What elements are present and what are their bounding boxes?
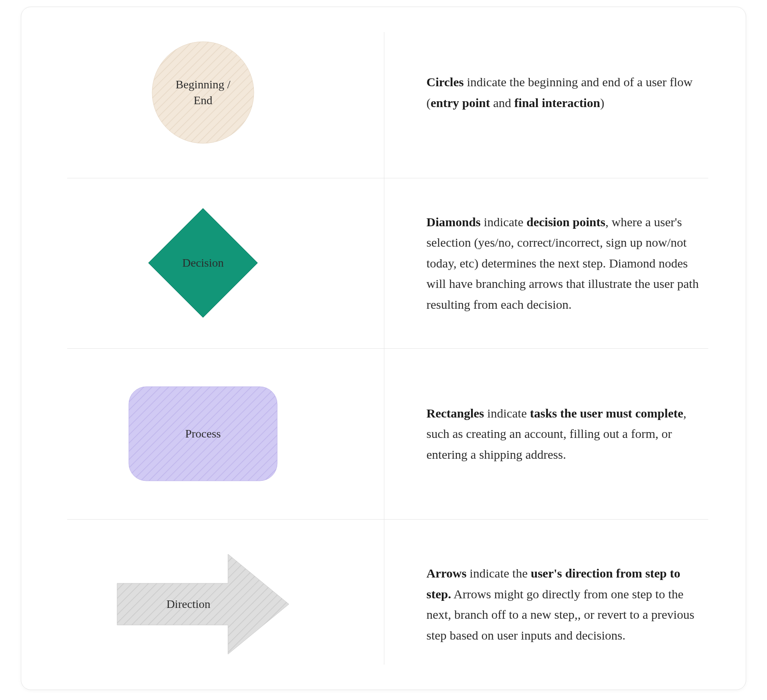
legend-row-arrow: Direction Arrows indicate the user's dir… <box>21 519 746 690</box>
rectangle-icon <box>128 386 278 482</box>
desc-cell: Circles indicate the beginning and end o… <box>385 7 746 178</box>
circle-description: Circles indicate the beginning and end o… <box>426 72 704 113</box>
arrow-icon <box>115 550 291 658</box>
diamond-icon <box>147 207 259 319</box>
circle-icon <box>151 41 255 144</box>
legend-row-circle: Beginning / End Circles indicate the beg… <box>21 7 746 178</box>
vertical-divider <box>384 178 384 349</box>
desc-cell: Arrows indicate the user's direction fro… <box>385 519 746 690</box>
vertical-divider <box>384 32 384 178</box>
shape-cell: Beginning / End <box>21 7 385 178</box>
shape-cell: Direction <box>21 519 385 690</box>
legend-row-diamond: Decision Diamonds indicate decision poin… <box>21 178 746 349</box>
diamond-shape: Decision <box>147 207 259 319</box>
svg-marker-3 <box>148 208 258 318</box>
shape-cell: Process <box>21 348 385 519</box>
legend-card: Beginning / End Circles indicate the beg… <box>21 7 746 690</box>
shape-cell: Decision <box>21 178 385 349</box>
diamond-description: Diamonds indicate decision points, where… <box>426 212 704 315</box>
svg-rect-6 <box>129 387 277 481</box>
desc-cell: Rectangles indicate tasks the user must … <box>385 348 746 519</box>
circle-shape: Beginning / End <box>151 41 255 144</box>
svg-marker-9 <box>117 554 289 654</box>
rectangle-shape: Process <box>128 386 278 482</box>
arrow-shape: Direction <box>115 550 291 658</box>
rectangle-description: Rectangles indicate tasks the user must … <box>426 403 704 465</box>
vertical-divider <box>384 519 384 665</box>
legend-row-rectangle: Process Rectangles indicate tasks the us… <box>21 348 746 519</box>
svg-point-2 <box>152 42 254 143</box>
arrow-description: Arrows indicate the user's direction fro… <box>426 563 704 645</box>
vertical-divider <box>384 348 384 519</box>
desc-cell: Diamonds indicate decision points, where… <box>385 178 746 349</box>
